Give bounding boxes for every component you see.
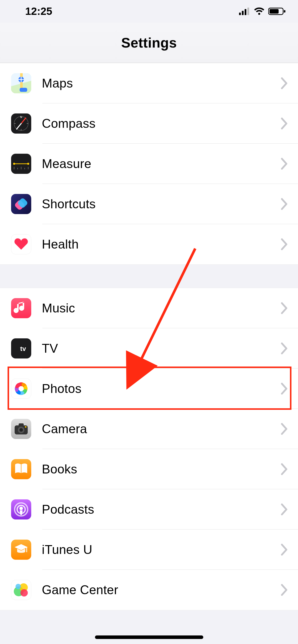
gamecenter-icon [11,580,31,600]
row-label: TV [42,341,281,356]
settings-group-2: Music tv TV [0,288,298,610]
shortcuts-icon [11,194,31,214]
svg-point-42 [19,507,23,510]
page-title: Settings [121,35,177,51]
battery-icon [268,7,286,15]
svg-rect-5 [270,9,279,14]
row-shortcuts[interactable]: Shortcuts [0,184,298,224]
chevron-right-icon [281,158,288,170]
chevron-right-icon [281,584,288,596]
chevron-right-icon [281,302,288,314]
svg-rect-7 [20,88,27,92]
maps-icon [11,73,31,93]
row-label: Music [42,301,281,315]
row-label: Game Center [42,583,281,597]
row-label: Compass [42,116,281,131]
health-icon [11,234,31,254]
tv-icon: tv [11,338,31,358]
svg-point-47 [16,584,21,589]
measure-icon [11,154,31,174]
row-measure[interactable]: Measure [0,144,298,184]
home-indicator [95,635,203,639]
svg-rect-6 [284,10,285,13]
chevron-right-icon [281,503,288,515]
row-maps[interactable]: Maps [0,63,298,103]
svg-point-38 [25,426,26,428]
photos-icon [11,379,31,399]
status-time: 12:25 [25,5,52,17]
group-gap [0,265,298,288]
row-label: Photos [42,381,281,396]
chevron-right-icon [281,117,288,130]
row-label: Maps [42,76,281,91]
svg-rect-35 [19,423,24,426]
chevron-right-icon [281,463,288,475]
svg-rect-1 [242,11,244,15]
settings-group-1: Maps N Compass [0,63,298,265]
row-health[interactable]: Health [0,224,298,264]
row-podcasts[interactable]: Podcasts [0,489,298,530]
chevron-right-icon [281,198,288,210]
compass-icon: N [11,113,31,134]
svg-rect-0 [239,13,241,15]
svg-point-16 [13,163,15,165]
cellular-icon [239,8,250,15]
status-indicators [239,7,286,15]
chevron-right-icon [281,342,288,354]
svg-text:N: N [20,115,22,118]
row-music[interactable]: Music [0,288,298,328]
row-label: Shortcuts [42,197,281,211]
music-icon [11,298,31,318]
chevron-right-icon [281,238,288,250]
chevron-right-icon [281,423,288,435]
row-compass[interactable]: N Compass [0,103,298,144]
svg-rect-3 [247,8,249,15]
row-camera[interactable]: Camera [0,409,298,449]
row-label: Measure [42,156,281,171]
svg-point-17 [27,163,29,165]
svg-text:tv: tv [20,345,26,352]
row-books[interactable]: Books [0,449,298,489]
wifi-icon [254,7,265,15]
svg-rect-2 [245,9,246,15]
row-label: iTunes U [42,542,281,557]
nav-bar: Settings [0,23,298,63]
podcasts-icon [11,499,31,519]
row-photos[interactable]: Photos [0,369,298,409]
row-label: Health [42,237,281,252]
row-gamecenter[interactable]: Game Center [0,570,298,610]
camera-icon [11,419,31,439]
row-label: Camera [42,422,281,436]
itunesu-icon [11,540,31,560]
svg-point-37 [19,428,23,432]
chevron-right-icon [281,544,288,556]
status-bar: 12:25 [0,0,298,23]
chevron-right-icon [281,77,288,89]
svg-point-46 [20,589,28,596]
row-label: Podcasts [42,502,281,517]
books-icon [11,459,31,479]
chevron-right-icon [281,383,288,395]
row-label: Books [42,462,281,476]
row-tv[interactable]: tv TV [0,328,298,369]
row-itunesu[interactable]: iTunes U [0,530,298,570]
